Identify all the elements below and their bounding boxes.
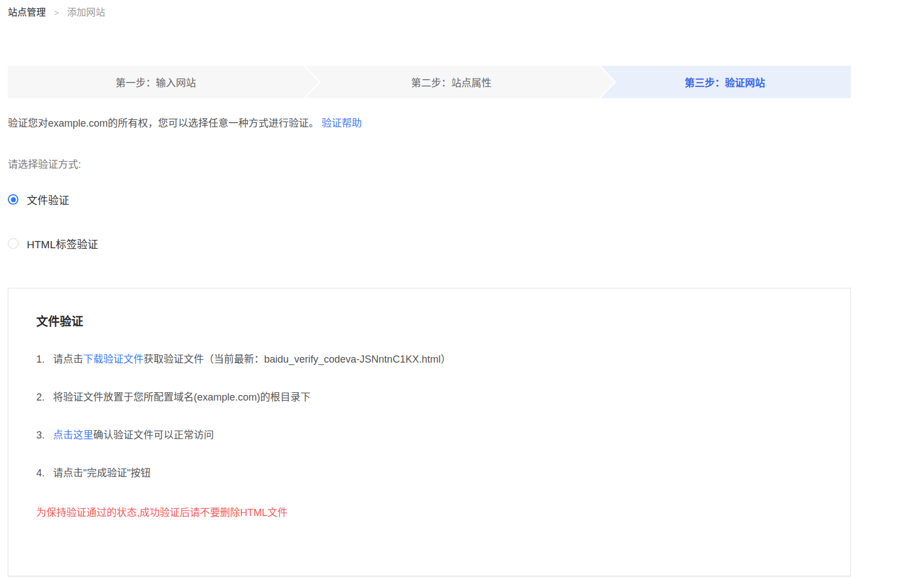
breadcrumb: 站点管理 > 添加网站: [8, 7, 851, 19]
instruction-number: 2.: [36, 391, 47, 404]
verification-intro: 验证您对example.com的所有权，您可以选择任意一种方式进行验证。验证帮助: [8, 116, 851, 131]
instruction-place-file: 2.将验证文件放置于您所配置域名(example.com)的根目录下: [36, 391, 828, 404]
instruction-text: 请点击: [53, 354, 83, 365]
step-3-label: 第三步：验证网站: [685, 75, 765, 89]
instruction-number: 4.: [36, 466, 47, 480]
chevron-right-icon: >: [54, 8, 59, 17]
instruction-text: 获取验证文件（当前最新：baidu_verify_codeva-JSNntnC1…: [143, 354, 451, 365]
add-site-page: 站点管理 > 添加网站 第一步：输入网站 第二步：站点属性 第三步：验证网站 验…: [0, 0, 851, 576]
instruction-text: 请点击"完成验证"按钮: [53, 467, 151, 479]
instruction-text: 将验证文件放置于您所配置域名(example.com)的根目录下: [53, 392, 310, 403]
breadcrumb-add-site: 添加网站: [67, 7, 105, 18]
instruction-number: 3.: [36, 428, 47, 442]
verification-instructions: 1.请点击下载验证文件获取验证文件（当前最新：baidu_verify_code…: [36, 353, 828, 480]
verification-help-link[interactable]: 验证帮助: [322, 118, 362, 129]
method-label-html-tag-verification[interactable]: HTML标签验证: [27, 236, 98, 251]
step-3-verify-site: 第三步：验证网站: [599, 66, 851, 98]
intro-text: 验证您对example.com的所有权，您可以选择任意一种方式进行验证。: [8, 118, 319, 129]
step-1-enter-site: 第一步：输入网站: [8, 66, 304, 98]
instruction-number: 1.: [36, 353, 47, 367]
instruction-text: 确认验证文件可以正常访问: [93, 430, 214, 441]
method-prompt: 请选择验证方式:: [8, 156, 851, 171]
step-2-site-properties: 第二步：站点属性: [304, 66, 599, 98]
method-option-html-tag-verification[interactable]: HTML标签验证: [8, 236, 851, 251]
download-verification-file-link[interactable]: 下载验证文件: [83, 354, 143, 365]
file-verification-panel: 文件验证 1.请点击下载验证文件获取验证文件（当前最新：baidu_verify…: [8, 288, 851, 576]
click-here-link[interactable]: 点击这里: [53, 430, 93, 441]
step-2-label: 第二步：站点属性: [411, 75, 491, 89]
wizard-steps-bar: 第一步：输入网站 第二步：站点属性 第三步：验证网站: [8, 66, 851, 98]
breadcrumb-site-management[interactable]: 站点管理: [8, 7, 46, 18]
method-label-file-verification[interactable]: 文件验证: [27, 192, 69, 207]
instruction-complete-verification: 4.请点击"完成验证"按钮: [36, 466, 828, 480]
instruction-download-file: 1.请点击下载验证文件获取验证文件（当前最新：baidu_verify_code…: [36, 353, 828, 367]
keep-file-warning: 为保持验证通过的状态,成功验证后请不要删除HTML文件: [36, 504, 828, 519]
step-1-label: 第一步：输入网站: [116, 75, 196, 89]
radio-selected-icon[interactable]: [8, 194, 18, 205]
radio-unselected-icon[interactable]: [8, 238, 18, 249]
method-option-file-verification[interactable]: 文件验证: [8, 192, 851, 207]
instruction-confirm-access: 3.点击这里确认验证文件可以正常访问: [36, 428, 828, 442]
panel-title: 文件验证: [36, 312, 828, 329]
